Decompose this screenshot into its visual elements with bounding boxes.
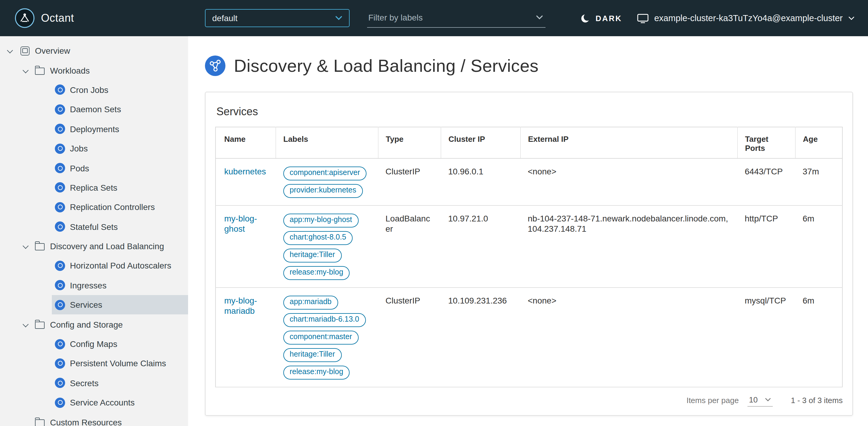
sidebar-item-config-and-storage[interactable]: Config and Storage [0,315,188,334]
label-pill: release:my-blog [283,365,350,379]
app-title: Octant [41,0,74,36]
sidebar-item-label: Pods [70,163,89,173]
cluster-ip-cell: 10.109.231.236 [441,287,521,387]
sidebar-item-workloads[interactable]: Workloads [0,61,188,80]
octant-window: Octant default DARK example-cluster- [0,0,868,426]
folder-icon [35,321,44,329]
label-filter-input[interactable] [367,13,532,24]
sidebar-item-replica-sets[interactable]: Replica Sets [52,178,188,197]
pagination: Items per page 10 1 - 3 of 3 items [215,387,843,414]
chevron-down-icon[interactable] [22,242,30,250]
type-cell: ClusterIP [378,158,441,205]
sidebar-item-horizontal-pod-autoscalers[interactable]: Horizontal Pod Autoscalers [52,256,188,276]
service-link[interactable]: kubernetes [224,166,266,176]
sidebar-item-services[interactable]: Services [52,295,188,315]
sidebar-item-stateful-sets[interactable]: Stateful Sets [52,217,188,236]
items-per-page-select[interactable]: 10 [747,394,773,406]
namespace-select[interactable]: default [205,9,350,27]
sidebar-item-pods[interactable]: Pods [52,159,188,178]
service-link[interactable]: my-blog-ghost [224,213,257,233]
service-link[interactable]: my-blog-mariadb [224,295,257,316]
items-per-page-value: 10 [749,395,758,404]
moon-icon [581,13,591,23]
daemon-sets-icon [55,104,65,115]
column-header-labels: Labels [276,127,378,158]
sidebar-item-discovery-and-load-balancing[interactable]: Discovery and Load Balancing [0,236,188,256]
folder-icon [35,243,44,250]
sidebar-nav: Overview Workloads Cron Jobs Daemon Sets… [0,36,188,426]
name-cell: my-blog-mariadb [216,287,276,387]
chevron-down-icon[interactable] [6,47,14,55]
sidebar-item-label: Stateful Sets [70,222,118,231]
age-cell: 6m [795,205,842,287]
sidebar-item-label: Ingresses [70,281,106,290]
services-table: Name Labels Type Cluster IP External IP … [215,127,843,387]
label-pill: app:mariadb [283,295,338,309]
stateful-sets-icon [55,222,65,232]
column-header-external-ip: External IP [521,127,738,158]
caret-spacer [22,418,30,426]
service-accounts-icon [55,397,65,407]
label-pill: chart:mariadb-6.13.0 [283,313,366,327]
chevron-down-icon[interactable] [22,320,30,329]
external-ip-cell: nb-104-237-148-71.newark.nodebalancer.li… [521,205,738,287]
deployments-icon [55,124,65,134]
namespace-value: default [212,13,238,23]
column-header-cluster-ip: Cluster IP [441,127,521,158]
table-header-row: Name Labels Type Cluster IP External IP … [216,127,842,158]
services-icon [55,300,65,310]
services-card: Services Name Labels Type Cluster IP Ext… [205,92,853,416]
label-pill: component:apiserver [283,166,367,180]
sidebar-item-label: Overview [35,46,70,56]
sidebar-item-label: Services [70,300,102,310]
sidebar-item-label: Secrets [70,378,98,388]
sidebar-item-label: Discovery and Load Balancing [50,242,164,251]
persistent-volume-claims-icon [55,359,65,369]
sidebar-item-label: Deployments [70,124,119,134]
chevron-down-icon[interactable] [536,15,543,20]
octant-logo-icon [14,8,35,31]
card-title: Services [216,106,843,118]
label-filter [367,9,546,28]
age-cell: 6m [795,287,842,387]
sidebar-item-cron-jobs[interactable]: Cron Jobs [52,80,188,100]
theme-toggle-label: DARK [595,13,622,23]
sidebar-item-overview[interactable]: Overview [0,41,188,61]
sidebar-item-custom-resources[interactable]: Custom Resources [0,413,188,426]
sidebar-item-service-accounts[interactable]: Service Accounts [52,393,188,413]
sidebar-item-jobs[interactable]: Jobs [52,139,188,159]
cron-jobs-icon [55,85,65,95]
name-cell: kubernetes [216,158,276,205]
sidebar-item-secrets[interactable]: Secrets [52,373,188,393]
sidebar-item-deployments[interactable]: Deployments [52,119,188,139]
table-row: my-blog-ghost app:my-blog-ghost chart:gh… [216,205,842,287]
labels-cell: app:mariadb chart:mariadb-6.13.0 compone… [276,287,378,387]
secrets-icon [55,378,65,388]
theme-toggle[interactable]: DARK [581,0,622,36]
pagination-range: 1 - 3 of 3 items [791,396,843,405]
cluster-context[interactable]: example-cluster-ka3TuTzYo4a@example-clus… [638,0,855,36]
config-maps-icon [55,339,65,349]
sidebar-item-daemon-sets[interactable]: Daemon Sets [52,100,188,119]
discovery-load-balancing-icon [205,56,225,76]
sidebar-item-label: Replica Sets [70,183,117,193]
sidebar-item-config-maps[interactable]: Config Maps [52,334,188,354]
type-cell: ClusterIP [378,287,441,387]
sidebar-item-replication-controllers[interactable]: Replication Controllers [52,197,188,217]
sidebar-item-persistent-volume-claims[interactable]: Persistent Volume Claims [52,354,188,373]
sidebar-item-label: Config and Storage [50,319,123,329]
items-per-page-label: Items per page [687,396,739,405]
replication-controllers-icon [55,202,65,212]
sidebar-item-ingresses[interactable]: Ingresses [52,276,188,295]
sidebar-item-label: Service Accounts [70,398,135,407]
cluster-context-label: example-cluster-ka3TuTzYo4a@example-clus… [654,13,843,23]
sidebar-item-label: Jobs [70,144,88,153]
chevron-down-icon [765,397,771,402]
sidebar-item-label: Daemon Sets [70,105,121,114]
chevron-down-icon[interactable] [22,66,30,75]
sidebar-item-label: Workloads [50,65,90,75]
sidebar-item-label: Custom Resources [50,417,122,426]
labels-cell: component:apiserver provider:kubernetes [276,158,378,205]
external-ip-cell: <none> [521,158,738,205]
overview-icon [21,46,30,55]
